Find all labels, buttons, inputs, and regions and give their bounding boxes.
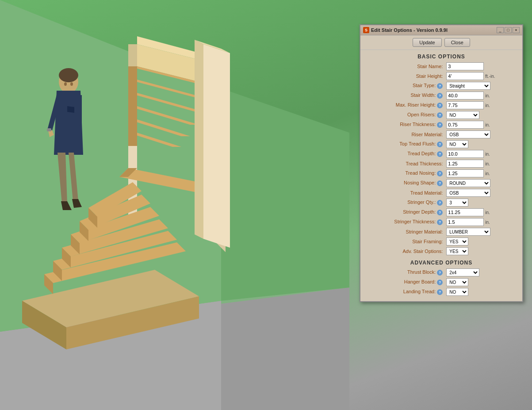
svg-marker-14 — [128, 93, 137, 106]
basic-options-table: Stair Name: Stair Height: ft.-in. — [360, 61, 522, 256]
top-tread-flush-row: Top Tread Flush: ? NO YES — [360, 139, 522, 149]
adv-stair-options-select[interactable]: YES NO — [446, 247, 468, 255]
stringer-thickness-help[interactable]: ? — [437, 219, 443, 225]
minimize-button[interactable]: _ — [497, 27, 504, 33]
thrust-block-help[interactable]: ? — [437, 270, 443, 276]
tread-thickness-unit: in. — [485, 161, 490, 166]
riser-material-row: Riser Material: OSB LUMBER LVL — [360, 130, 522, 139]
edit-stair-dialog: S Edit Stair Options - Version 0.9.9l _ … — [360, 24, 523, 302]
tread-material-select[interactable]: OSB LUMBER LVL — [446, 189, 490, 197]
stringer-depth-input[interactable] — [446, 208, 484, 216]
tread-thickness-input[interactable] — [446, 160, 484, 168]
riser-thickness-row: Riser Thickness: ? in. — [360, 120, 522, 130]
tread-nosing-label: Tread Nosing: ? — [360, 169, 444, 178]
update-button[interactable]: Update — [413, 38, 441, 47]
hanger-board-label: Hanger Board: ? — [360, 277, 444, 287]
svg-marker-21 — [128, 44, 137, 66]
tread-nosing-input-cell: in. — [444, 169, 522, 178]
riser-thickness-input[interactable] — [446, 121, 484, 129]
stair-framing-select[interactable]: YES NO — [446, 238, 468, 245]
thrust-block-input-cell: 2x4 2x6 NONE — [444, 268, 522, 277]
max-riser-help[interactable]: ? — [437, 103, 443, 108]
thrust-block-select[interactable]: 2x4 2x6 NONE — [446, 268, 479, 276]
svg-point-52 — [64, 82, 67, 86]
riser-thickness-input-cell: in. — [444, 120, 522, 130]
tread-material-input-cell: OSB LUMBER LVL — [444, 188, 522, 198]
tread-depth-unit: in. — [485, 152, 490, 157]
svg-marker-54 — [67, 106, 74, 113]
hanger-board-select[interactable]: NO YES — [446, 278, 468, 286]
svg-rect-55 — [47, 128, 51, 131]
top-tread-flush-select[interactable]: NO YES — [446, 140, 468, 148]
stair-framing-row: Stair Framing: YES NO — [360, 237, 522, 246]
app-icon: S — [363, 27, 369, 33]
tread-nosing-input[interactable] — [446, 169, 484, 177]
stair-type-help[interactable]: ? — [437, 83, 443, 89]
stringer-material-row: Stringer Material: LUMBER LVL OSB — [360, 227, 522, 237]
stringer-depth-input-cell: in. — [444, 207, 522, 217]
hanger-board-help[interactable]: ? — [437, 280, 443, 285]
nosing-shape-help[interactable]: ? — [437, 180, 443, 186]
nosing-shape-label: Nosing Shape: ? — [360, 178, 444, 188]
landing-tread-help[interactable]: ? — [437, 289, 443, 295]
dialog-title: S Edit Stair Options - Version 0.9.9l — [363, 27, 448, 33]
stair-name-row: Stair Name: — [360, 61, 522, 71]
tread-nosing-unit: in. — [485, 171, 490, 176]
stair-name-label: Stair Name: — [360, 61, 444, 71]
stair-height-input[interactable] — [446, 72, 484, 80]
advanced-options-header: ADVANCED OPTIONS — [360, 256, 522, 268]
stair-width-unit: in. — [485, 93, 490, 98]
stringer-thickness-input[interactable] — [446, 218, 484, 226]
stringer-qty-label: Stringer Qty.: ? — [360, 198, 444, 207]
stair-width-help[interactable]: ? — [437, 93, 443, 99]
stair-type-label: Stair Type: ? — [360, 81, 444, 91]
stair-scene — [0, 0, 349, 410]
stair-width-row: Stair Width: ? in. — [360, 91, 522, 100]
nosing-shape-row: Nosing Shape: ? ROUND SQUARE BULLNOSE — [360, 178, 522, 188]
stringer-depth-help[interactable]: ? — [437, 210, 443, 215]
tread-depth-help[interactable]: ? — [437, 151, 443, 157]
maximize-button[interactable]: □ — [505, 27, 512, 33]
stringer-qty-select[interactable]: 2 3 4 — [446, 199, 468, 207]
riser-thickness-label: Riser Thickness: ? — [360, 120, 444, 130]
svg-marker-45 — [79, 95, 82, 126]
tread-nosing-help[interactable]: ? — [437, 171, 443, 176]
adv-stair-options-label: Adv. Stair Options: — [360, 246, 444, 256]
nosing-shape-select[interactable]: ROUND SQUARE BULLNOSE — [446, 179, 490, 187]
riser-material-select[interactable]: OSB LUMBER LVL — [446, 130, 490, 138]
stringer-qty-help[interactable]: ? — [437, 200, 443, 206]
svg-point-53 — [70, 82, 73, 86]
stringer-material-select[interactable]: LUMBER LVL OSB — [446, 228, 490, 236]
max-riser-row: Max. Riser Height: ? in. — [360, 100, 522, 110]
stair-type-row: Stair Type: ? Straight L-Shape U-Shape — [360, 81, 522, 91]
stair-name-input[interactable] — [446, 62, 484, 70]
max-riser-input[interactable] — [446, 101, 484, 109]
basic-options-header: BASIC OPTIONS — [360, 50, 522, 61]
open-risers-label: Open Risers: ? — [360, 110, 444, 120]
open-risers-row: Open Risers: ? NO YES — [360, 110, 522, 120]
stair-type-input-cell: Straight L-Shape U-Shape — [444, 81, 522, 91]
max-riser-label: Max. Riser Height: ? — [360, 100, 444, 110]
riser-material-label: Riser Material: — [360, 130, 444, 139]
adv-stair-options-input-cell: YES NO — [444, 246, 522, 256]
open-risers-input-cell: NO YES — [444, 110, 522, 120]
stringer-thickness-label: Stringer Thickness: ? — [360, 217, 444, 227]
stringer-depth-unit: in. — [485, 210, 490, 215]
stair-type-select[interactable]: Straight L-Shape U-Shape — [446, 82, 490, 90]
stringer-thickness-row: Stringer Thickness: ? in. — [360, 217, 522, 227]
open-risers-help[interactable]: ? — [437, 112, 443, 118]
max-riser-input-cell: in. — [444, 100, 522, 110]
stair-height-unit: ft.-in. — [485, 74, 495, 79]
open-risers-select[interactable]: NO YES — [446, 111, 479, 119]
thrust-block-label: Thrust Block: ? — [360, 268, 444, 277]
landing-tread-select[interactable]: NO YES — [446, 288, 468, 296]
stair-width-input[interactable] — [446, 92, 484, 100]
close-button[interactable]: Close — [444, 38, 470, 47]
top-tread-flush-help[interactable]: ? — [437, 142, 443, 147]
riser-thickness-help[interactable]: ? — [437, 122, 443, 128]
tread-depth-input[interactable] — [446, 150, 484, 158]
close-title-button[interactable]: × — [513, 27, 520, 33]
max-riser-unit: in. — [485, 103, 490, 108]
landing-tread-label: Landing Tread: ? — [360, 287, 444, 297]
svg-marker-16 — [128, 106, 137, 119]
